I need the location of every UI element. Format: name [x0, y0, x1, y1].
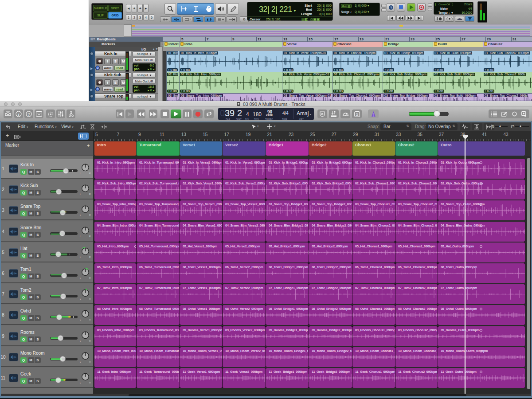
svg-text:?: ?	[27, 112, 30, 117]
svg-text:i: i	[18, 112, 20, 117]
svg-text:S: S	[356, 112, 358, 116]
